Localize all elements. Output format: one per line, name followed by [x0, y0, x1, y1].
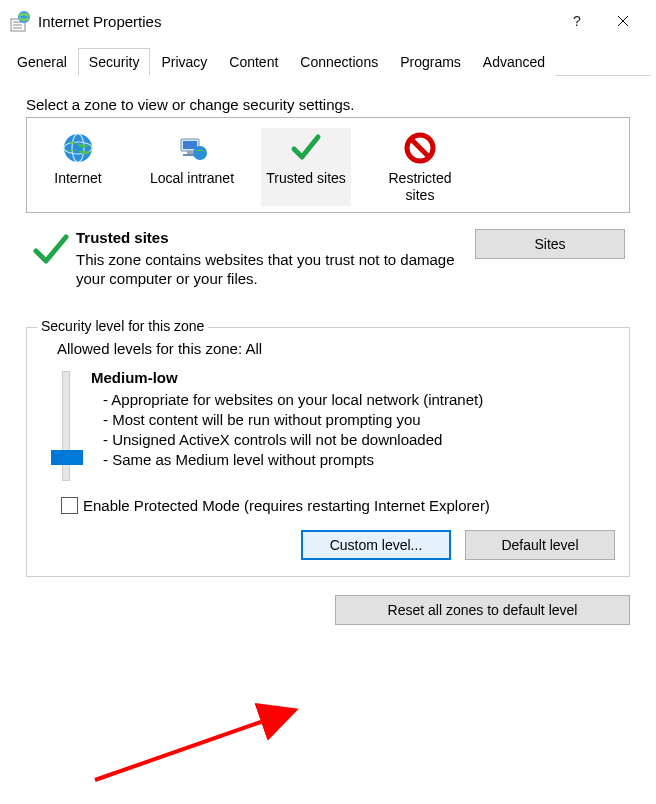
zone-prompt: Select a zone to view or change security…	[26, 96, 630, 113]
zone-trusted-sites[interactable]: Trusted sites	[261, 128, 351, 206]
zone-label: Trusted sites	[266, 170, 346, 187]
checkmark-icon	[288, 130, 324, 166]
help-button[interactable]: ?	[554, 6, 600, 36]
level-bullet: - Unsigned ActiveX controls will not be …	[103, 430, 615, 450]
sites-button[interactable]: Sites	[475, 229, 625, 259]
tab-advanced[interactable]: Advanced	[472, 48, 556, 76]
zone-label: Local intranet	[150, 170, 234, 187]
tab-connections[interactable]: Connections	[289, 48, 389, 76]
intranet-icon	[174, 130, 210, 166]
svg-point-7	[64, 134, 92, 162]
zone-desc-title: Trusted sites	[76, 229, 465, 246]
svg-rect-11	[183, 141, 197, 149]
globe-icon	[60, 130, 96, 166]
zone-internet[interactable]: Internet	[33, 128, 123, 206]
slider-thumb[interactable]	[51, 450, 83, 465]
level-name: Medium-low	[91, 369, 615, 386]
zone-label: Internet	[54, 170, 101, 187]
tab-strip: General Security Privacy Content Connect…	[6, 46, 650, 76]
zone-selected-icon	[26, 229, 76, 271]
tab-privacy[interactable]: Privacy	[150, 48, 218, 76]
tab-content[interactable]: Content	[218, 48, 289, 76]
reset-all-zones-button[interactable]: Reset all zones to default level	[335, 595, 630, 625]
close-button[interactable]	[600, 6, 646, 36]
window-title: Internet Properties	[38, 13, 554, 30]
security-level-legend: Security level for this zone	[37, 318, 208, 334]
zone-label: Restricted sites	[377, 170, 463, 204]
tab-general[interactable]: General	[6, 48, 78, 76]
zone-list: Internet Local intranet Tru	[26, 117, 630, 213]
svg-rect-12	[187, 151, 193, 154]
tab-programs[interactable]: Programs	[389, 48, 472, 76]
zone-local-intranet[interactable]: Local intranet	[147, 128, 237, 206]
annotation-arrow	[90, 680, 320, 790]
security-slider[interactable]	[41, 367, 91, 481]
internet-options-icon	[10, 10, 32, 32]
zone-restricted-sites[interactable]: Restricted sites	[375, 128, 465, 206]
restricted-icon	[402, 130, 438, 166]
protected-mode-checkbox[interactable]	[61, 497, 78, 514]
level-bullet: - Most content will be run without promp…	[103, 410, 615, 430]
default-level-button[interactable]: Default level	[465, 530, 615, 560]
custom-level-button[interactable]: Custom level...	[301, 530, 451, 560]
svg-line-17	[95, 710, 295, 780]
level-bullet: - Appropriate for websites on your local…	[103, 390, 615, 410]
svg-point-14	[193, 146, 207, 160]
allowed-levels: Allowed levels for this zone: All	[57, 340, 615, 357]
zone-desc-body: This zone contains websites that you tru…	[76, 250, 465, 289]
level-bullet: - Same as Medium level without prompts	[103, 450, 615, 470]
protected-mode-label: Enable Protected Mode (requires restarti…	[83, 497, 490, 514]
tab-security[interactable]: Security	[78, 48, 151, 76]
